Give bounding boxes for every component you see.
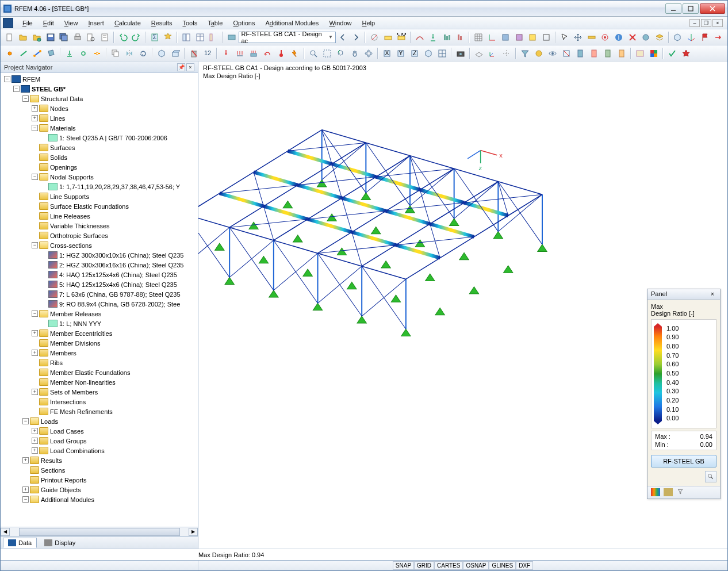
tb2-check-icon[interactable] (666, 47, 679, 60)
tree-members[interactable]: +Members (2, 348, 198, 358)
tree-twisty[interactable]: + (32, 447, 38, 454)
prev-case-icon[interactable] (336, 31, 349, 44)
tree-twisty[interactable]: + (32, 428, 38, 434)
tb2-colors-icon[interactable] (647, 47, 660, 60)
load-case-combo[interactable]: RF-STEEL GB CA1 - Design ac ▼ (239, 32, 336, 43)
menu-view[interactable]: View (60, 18, 83, 28)
tree-var-thick[interactable]: Variable Thicknesses (2, 221, 198, 231)
tb2-sect-4-icon[interactable] (615, 47, 628, 60)
tb2-zoom-prev-icon[interactable] (335, 47, 347, 60)
menu-file[interactable]: File (18, 18, 37, 28)
print-icon[interactable] (71, 31, 84, 44)
move-icon[interactable] (572, 31, 584, 44)
tb2-sect-3-icon[interactable] (601, 47, 614, 60)
tree-cs-9[interactable]: 9: RO 88.9x4 (China, GB 6728-2002); Stee (2, 299, 198, 309)
tree-ortho-surfaces[interactable]: Orthotropic Surfaces (2, 231, 198, 240)
undo-icon[interactable] (117, 31, 129, 44)
navigator-icon[interactable] (180, 31, 193, 44)
support-react-icon[interactable] (427, 31, 440, 44)
tree-twisty[interactable]: − (4, 76, 10, 82)
panel-scale-icon[interactable] (664, 488, 673, 496)
status-toggle-dxf[interactable]: DXF (516, 561, 533, 570)
diagram-1-icon[interactable] (440, 31, 453, 44)
mdi-minimize-button[interactable]: – (689, 19, 700, 27)
tree-member-div[interactable]: Member Divisions (2, 338, 198, 348)
tables-icon[interactable] (194, 31, 206, 44)
tb2-number-icon[interactable]: 12 (201, 47, 214, 60)
tb2-load-node-icon[interactable] (220, 47, 232, 60)
grid-toggle-icon[interactable] (472, 31, 485, 44)
tree-twisty[interactable]: − (32, 242, 38, 248)
render-3-icon[interactable] (527, 31, 539, 44)
tb2-split-icon[interactable] (436, 47, 449, 60)
scroll-left-icon[interactable]: ◀ (1, 528, 10, 536)
axes-icon[interactable] (486, 31, 499, 44)
tab-data[interactable]: Data (3, 538, 37, 548)
tb2-rotate-icon[interactable] (137, 47, 150, 60)
tb2-sect-2-icon[interactable] (588, 47, 600, 60)
menu-additional-modules[interactable]: Additional Modules (260, 18, 323, 28)
results-on-icon[interactable] (382, 31, 394, 44)
tree-member-releases[interactable]: −Member Releases (2, 309, 198, 319)
print-preview-icon[interactable] (85, 31, 98, 44)
tree-mr-1[interactable]: 1: L; NNN YYY (2, 319, 198, 328)
tb2-ucs-icon[interactable] (486, 47, 499, 60)
view-iso-icon[interactable] (672, 31, 684, 44)
menu-results[interactable]: Results (147, 18, 177, 28)
maximize-button[interactable] (683, 3, 699, 14)
mdi-system-icon[interactable] (3, 18, 13, 28)
tb2-visibility-icon[interactable] (546, 47, 559, 60)
view-axis-icon[interactable] (685, 31, 698, 44)
calculate-icon[interactable]: Σ (148, 31, 161, 44)
navigator-tree[interactable]: −RFEM−STEEL GB*−Structural Data+Nodes+Li… (1, 73, 198, 527)
calc-params-icon[interactable] (162, 31, 175, 44)
tree-additional-modules[interactable]: −Additional Modules (2, 495, 198, 504)
tree-twisty[interactable]: − (32, 174, 38, 180)
tb2-pan-icon[interactable] (348, 47, 361, 60)
menu-edit[interactable]: Edit (39, 18, 59, 28)
tb2-line-icon[interactable] (17, 47, 30, 60)
tree-cs-2[interactable]: 2: HGZ 300x306x16x16 (China); Steel Q235 (2, 260, 198, 270)
tb2-mirror-icon[interactable] (123, 47, 136, 60)
render-wire-icon[interactable] (540, 31, 553, 44)
tree-twisty[interactable]: − (22, 496, 29, 503)
panel-filter-icon[interactable] (676, 488, 685, 496)
tb2-support-icon[interactable] (63, 47, 76, 60)
tab-display[interactable]: Display (39, 538, 81, 548)
module-button[interactable]: RF-STEEL GB (651, 455, 716, 467)
tb2-delete-icon[interactable] (187, 47, 200, 60)
tree-load-combinations[interactable]: +Load Combinations (2, 446, 198, 455)
results-values-icon[interactable]: x.xx (395, 31, 408, 44)
tb2-copy-icon[interactable] (109, 47, 122, 60)
redo-icon[interactable] (130, 31, 143, 44)
panel-titlebar[interactable]: Panel × (647, 289, 720, 300)
tree-cs-5[interactable]: 5: HAQ 125x125x4x6 (China); Steel Q235 (2, 279, 198, 289)
tree-twisty[interactable]: + (32, 330, 38, 336)
tree-openings[interactable]: Openings (2, 162, 198, 172)
tree-loads[interactable]: −Loads (2, 416, 198, 426)
status-toggle-osnap[interactable]: OSNAP (463, 561, 489, 570)
panel-close-button[interactable]: × (708, 290, 716, 298)
tree-mnl[interactable]: Member Non-linearities (2, 377, 198, 387)
tb2-filter-1-icon[interactable] (519, 47, 531, 60)
tb2-work-plane-icon[interactable] (473, 47, 485, 60)
tree-lines[interactable]: +Lines (2, 113, 198, 123)
tree-twisty[interactable]: + (32, 438, 38, 444)
tb2-clip-icon[interactable] (560, 47, 573, 60)
diagram-2-icon[interactable] (454, 31, 467, 44)
tree-twisty[interactable]: − (22, 418, 29, 424)
panel-colors-icon[interactable] (651, 488, 660, 496)
tb2-box-icon[interactable] (155, 47, 168, 60)
tb2-view-y-icon[interactable]: Y (394, 47, 407, 60)
tree-twisty[interactable]: + (22, 457, 29, 463)
results-off-icon[interactable] (368, 31, 381, 44)
tree-twisty[interactable]: − (22, 95, 29, 102)
tree-material-1[interactable]: 1: Steel Q235 A | GB/T 700-2006:2006 (2, 133, 198, 143)
menu-insert[interactable]: Insert (83, 18, 109, 28)
tb2-zoom-all-icon[interactable] (307, 47, 320, 60)
menu-tools[interactable]: Tools (178, 18, 202, 28)
open-recent-icon[interactable] (30, 31, 43, 44)
panel-icon[interactable] (207, 31, 220, 44)
next-case-icon[interactable] (350, 31, 363, 44)
tree-cs-7[interactable]: 7: L 63x6 (China, GB 9787-88); Steel Q23… (2, 289, 198, 299)
